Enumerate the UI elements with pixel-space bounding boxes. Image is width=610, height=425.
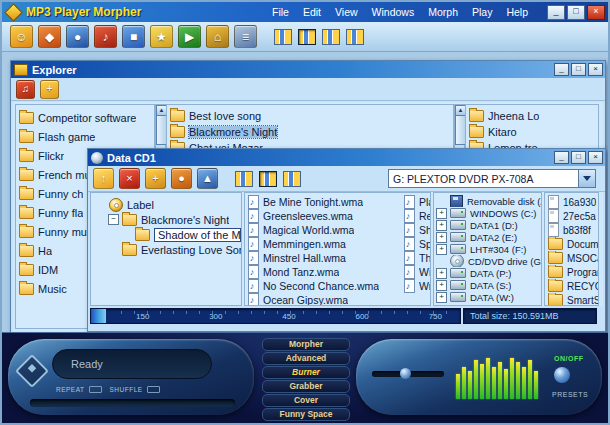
capacity-ruler[interactable]: 150300450600750 [90,308,461,324]
tree-item[interactable]: Flash game [16,127,154,146]
menu-item[interactable]: File [265,6,296,18]
shuffle-toggle[interactable] [147,386,160,393]
file-item[interactable]: Greensleeves.wma [245,209,397,223]
file-item[interactable]: The [401,251,430,265]
remote-file-item[interactable]: 27ec5a [545,209,598,223]
eject-icon[interactable]: ▲ [197,168,218,189]
menu-item[interactable]: Play [465,6,499,18]
file-item[interactable]: Shad [401,223,430,237]
tiles-view-icon[interactable] [322,29,340,45]
file-item[interactable]: Minstrel Hall.wma [245,251,397,265]
remote-file-item[interactable]: Docume [545,237,598,251]
chevron-down-icon[interactable] [578,170,595,187]
player-icon[interactable]: ▶ [178,25,201,48]
drive-item[interactable]: +WINDOWS (C:) [434,207,541,219]
advanced-icon[interactable]: ◆ [38,25,61,48]
data-cd-titlebar[interactable]: Data CD1 _ □ × [88,149,605,166]
drive-item[interactable]: +DATA2 (E:) [434,231,541,243]
list-item[interactable]: Jheena Lo [466,108,598,124]
drive-item[interactable]: +DATA (W:) [434,291,541,303]
data-cd-close-button[interactable]: × [588,151,603,164]
explorer-minimize-button[interactable]: _ [554,63,569,76]
expand-toggle[interactable]: + [436,280,447,291]
menu-item[interactable]: Windows [365,6,422,18]
expand-toggle[interactable]: + [436,268,447,279]
cd-list-view-icon[interactable] [235,171,253,187]
repeat-toggle[interactable] [89,386,102,393]
onoff-label[interactable]: ON/OFF [554,355,583,362]
playlist-view-icon[interactable] [274,29,292,45]
burn-disc-icon[interactable]: ● [171,168,192,189]
delete-icon[interactable]: × [119,168,140,189]
nav-button[interactable]: Morpher [262,338,350,351]
file-item[interactable]: Be Mine Tonight.wma [245,195,397,209]
presets-label[interactable]: PRESETS [552,391,588,398]
file-item[interactable]: Mond Tanz.wma [245,265,397,279]
expand-toggle[interactable]: + [436,292,447,303]
tree-item[interactable]: −Blackmore's Night [91,212,241,227]
explorer-close-button[interactable]: × [588,63,603,76]
morpher-icon[interactable]: ☺ [10,25,33,48]
grabber-icon[interactable]: ♪ [94,25,117,48]
explorer-titlebar[interactable]: Explorer _ □ × [11,61,605,78]
file-item[interactable]: Magical World.wma [245,223,397,237]
remote-file-item[interactable]: RECYCL [545,279,598,293]
tree-item[interactable]: Competitor software [16,108,154,127]
drive-select[interactable]: G: PLEXTOR DVDR PX-708A [388,169,596,188]
menu-item[interactable]: View [328,6,365,18]
file-item[interactable]: Memmingen.wma [245,237,397,251]
list-item[interactable]: Kitaro [466,124,598,140]
nav-button[interactable]: Funny Space [262,408,350,421]
burner-icon[interactable]: ● [66,25,89,48]
drive-item[interactable]: +LHT#304 (F:) [434,243,541,255]
remote-file-item[interactable]: Program [545,265,598,279]
new-folder-icon[interactable]: + [145,168,166,189]
power-button[interactable] [554,367,570,383]
nav-button[interactable]: Grabber [262,380,350,393]
explorer-maximize-button[interactable]: □ [571,63,586,76]
media-library-icon[interactable]: ♫ [16,80,35,99]
seek-bar[interactable] [30,399,235,407]
expand-toggle[interactable]: + [436,220,447,231]
main-titlebar[interactable]: MP3 Player Morpher FileEditViewWindowsMo… [2,2,608,22]
expand-toggle[interactable]: + [436,232,447,243]
funny-space-icon[interactable]: ★ [150,25,173,48]
volume-slider[interactable] [372,371,444,377]
add-folder-icon[interactable]: + [40,80,59,99]
tree-item[interactable]: Shadow of the Moon [91,227,241,242]
data-cd-minimize-button[interactable]: _ [554,151,569,164]
file-item[interactable]: Rena [401,209,430,223]
menu-item[interactable]: Help [499,6,535,18]
file-item[interactable]: Ocean Gipsy.wma [245,293,397,306]
drive-item[interactable]: +DATA (S:) [434,279,541,291]
list-item[interactable]: Best love song [167,108,453,124]
tree-item[interactable]: Label [91,197,241,212]
menu-item[interactable]: Edit [296,6,328,18]
expand-toggle[interactable]: − [108,214,119,225]
file-item[interactable]: Writi [401,279,430,293]
expand-toggle[interactable]: + [436,244,447,255]
remote-file-item[interactable]: 16a930 [545,195,598,209]
drive-item[interactable]: +DATA1 (D:) [434,219,541,231]
drive-item[interactable]: CD/DVD drive (G:) [434,255,541,267]
expand-toggle[interactable]: + [436,208,447,219]
close-button[interactable]: × [587,5,605,20]
drive-item[interactable]: +DATA (P:) [434,267,541,279]
columns-view-icon[interactable] [298,29,316,45]
remote-file-item[interactable]: b83f8f [545,223,598,237]
up-folder-icon[interactable]: ↑ [93,168,114,189]
nav-button[interactable]: Advanced [262,352,350,365]
minimize-button[interactable]: _ [547,5,565,20]
tree-item[interactable]: Everlasting Love Songs [91,242,241,257]
menu-item[interactable]: Morph [421,6,465,18]
explorer-icon[interactable]: ⌂ [206,25,229,48]
file-item[interactable]: Wish [401,265,430,279]
file-item[interactable]: Spiri [401,237,430,251]
cd-columns-view-icon[interactable] [259,171,277,187]
data-cd-maximize-button[interactable]: □ [571,151,586,164]
file-item[interactable]: No Second Chance.wma [245,279,397,293]
remote-file-item[interactable]: SmartS [545,293,598,306]
options-icon[interactable]: ≡ [234,25,257,48]
list-item[interactable]: Blackmore's Night [167,124,453,140]
drive-item[interactable]: Removable disk (A:) [434,195,541,207]
